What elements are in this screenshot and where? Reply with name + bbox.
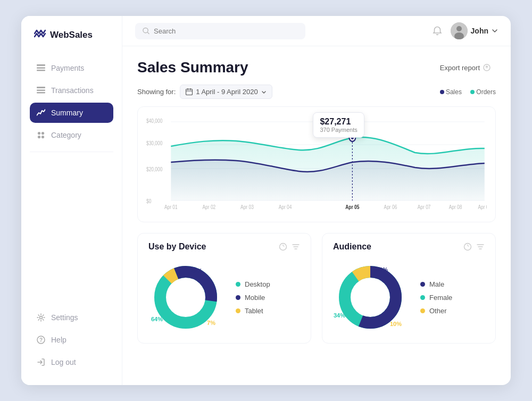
settings-icon <box>36 313 46 322</box>
help-label: Help <box>51 336 66 344</box>
logo: WebSales <box>30 29 113 41</box>
audience-donut-wrap: 56% 34% 10% <box>333 260 408 335</box>
device-refresh-icon[interactable] <box>279 243 287 251</box>
topbar: John <box>122 16 511 46</box>
search-icon <box>143 27 149 35</box>
legend-item-mobile: Mobile <box>236 294 270 302</box>
dropdown-icon <box>261 89 267 95</box>
svg-text:$40,000: $40,000 <box>146 118 162 124</box>
svg-text:64%: 64% <box>151 316 163 322</box>
export-icon <box>483 64 491 71</box>
date-range-picker[interactable]: 1 April - 9 April 2020 <box>180 85 272 99</box>
legend-item-sales: Sales <box>440 88 462 96</box>
sidebar-item-settings[interactable]: Settings <box>30 307 113 328</box>
svg-rect-18 <box>186 89 193 95</box>
transactions-icon <box>36 86 46 95</box>
legend-item-desktop: Desktop <box>236 280 270 288</box>
audience-filter-icon[interactable] <box>476 243 485 251</box>
legend-item-orders: Orders <box>470 88 496 96</box>
sidebar-item-help[interactable]: ? Help <box>30 330 113 350</box>
device-donut-area: 29% 64% 7% Desktop <box>148 260 300 335</box>
topbar-right: John <box>433 22 498 39</box>
logout-label: Log out <box>51 358 76 366</box>
sales-dot <box>440 90 444 94</box>
mobile-dot <box>236 295 240 300</box>
search-container[interactable] <box>135 23 305 39</box>
svg-text:34%: 34% <box>334 312 345 319</box>
svg-text:Apr 07: Apr 07 <box>418 204 431 210</box>
logo-text: WebSales <box>50 30 93 40</box>
bottom-charts: Use by Device <box>137 233 496 344</box>
audience-legend: Male Female Other <box>420 280 452 315</box>
audience-chart-icons <box>463 243 485 251</box>
calendar-icon <box>186 88 193 95</box>
avatar <box>451 22 468 39</box>
svg-rect-0 <box>37 64 45 66</box>
svg-point-9 <box>41 136 44 138</box>
legend-item-male: Male <box>420 280 452 288</box>
summary-icon <box>36 108 46 118</box>
export-label: Export report <box>440 64 480 72</box>
payments-icon <box>36 63 46 73</box>
tablet-label: Tablet <box>245 307 263 315</box>
svg-rect-2 <box>37 70 45 71</box>
svg-text:7%: 7% <box>207 320 215 326</box>
line-chart-container: $27,271 370 Payments $40,000 $30,000 $20… <box>137 106 496 222</box>
bell-icon[interactable] <box>433 26 442 36</box>
sidebar-item-payments[interactable]: Payments <box>30 58 113 78</box>
line-chart-svg: $40,000 $30,000 $20,000 $0 <box>146 115 487 211</box>
logout-icon <box>36 357 46 367</box>
page-content: Sales Summary Export report Showing for: <box>122 46 511 385</box>
svg-text:$0: $0 <box>146 198 151 204</box>
svg-point-10 <box>40 316 43 319</box>
svg-point-29 <box>351 136 354 139</box>
nav-section-bottom: Settings ? Help Log out <box>30 307 113 372</box>
nav-section-main: Payments Transactions Su <box>30 58 113 145</box>
orders-legend-label: Orders <box>476 88 496 96</box>
page-title: Sales Summary <box>137 59 248 76</box>
other-dot <box>420 308 425 313</box>
audience-donut-svg: 56% 34% 10% <box>333 260 408 335</box>
date-filter: Showing for: 1 April - 9 April 2020 <box>137 85 272 99</box>
svg-text:Apr 05: Apr 05 <box>345 204 359 210</box>
payments-label: Payments <box>51 64 84 72</box>
svg-point-8 <box>38 136 40 138</box>
male-dot <box>420 282 425 287</box>
svg-rect-1 <box>37 68 45 69</box>
female-label: Female <box>429 294 452 302</box>
orders-dot <box>470 90 475 94</box>
sidebar-item-logout[interactable]: Log out <box>30 352 113 372</box>
sidebar-item-category[interactable]: Category <box>30 125 113 145</box>
device-donut-svg: 29% 64% 7% <box>148 260 223 335</box>
export-button[interactable]: Export report <box>435 61 496 75</box>
audience-chart-header: Audience <box>333 242 485 252</box>
other-label: Other <box>429 307 447 315</box>
desktop-dot <box>236 282 240 287</box>
svg-text:29%: 29% <box>190 268 202 274</box>
showing-for-label: Showing for: <box>137 88 176 96</box>
svg-text:Apr 02: Apr 02 <box>202 204 215 210</box>
user-info[interactable]: John <box>451 22 498 39</box>
chart-legend: Sales Orders <box>440 88 496 96</box>
device-chart-title: Use by Device <box>148 242 206 252</box>
legend-item-female: Female <box>420 294 452 302</box>
chevron-down-icon <box>492 28 498 34</box>
audience-refresh-icon[interactable] <box>463 243 472 251</box>
audience-chart-title: Audience <box>333 242 371 252</box>
svg-rect-5 <box>37 92 45 94</box>
main-content: John Sales Summary Export report <box>122 16 511 385</box>
svg-point-53 <box>352 279 388 315</box>
svg-text:Apr 04: Apr 04 <box>279 204 292 210</box>
sidebar-item-transactions[interactable]: Transactions <box>30 80 113 101</box>
category-icon <box>36 130 46 140</box>
device-filter-icon[interactable] <box>292 243 300 251</box>
female-dot <box>420 295 425 300</box>
svg-text:Apr 09: Apr 09 <box>478 204 487 210</box>
legend-item-other: Other <box>420 307 452 315</box>
svg-rect-3 <box>37 87 45 88</box>
search-input[interactable] <box>154 27 298 35</box>
device-chart-header: Use by Device <box>148 242 300 252</box>
page-header: Sales Summary Export report <box>137 59 496 76</box>
svg-point-15 <box>456 26 462 31</box>
sidebar-item-summary[interactable]: Summary <box>30 103 113 123</box>
